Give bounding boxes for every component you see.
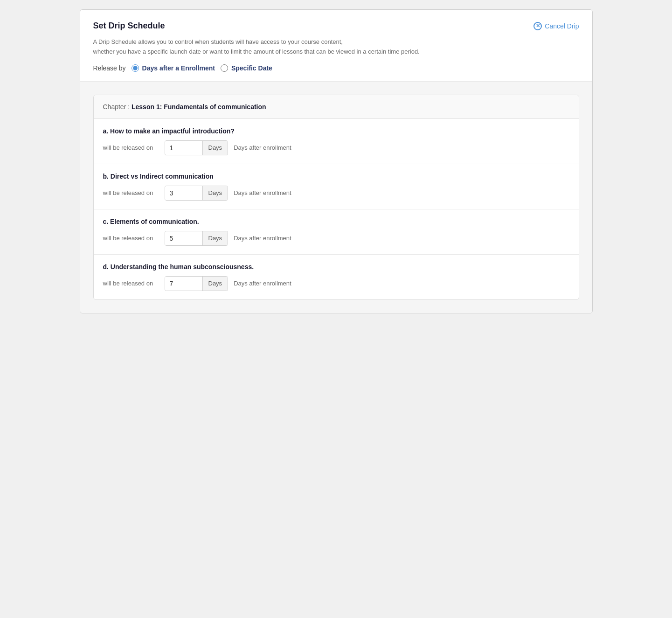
- lesson-item: d. Understanding the human subconsciousn…: [94, 255, 579, 299]
- days-input-group-c[interactable]: Days: [165, 231, 229, 246]
- lesson-item: c. Elements of communication. will be re…: [94, 209, 579, 255]
- days-input-d[interactable]: [165, 277, 202, 291]
- days-input-group-a[interactable]: Days: [165, 140, 229, 155]
- days-input-c[interactable]: [165, 231, 202, 245]
- lesson-release-row-b: will be released on Days Days after enro…: [103, 186, 569, 201]
- radio-days-after-enrollment-label: Days after a Enrollment: [142, 64, 215, 72]
- radio-days-after-enrollment[interactable]: Days after a Enrollment: [132, 64, 215, 72]
- days-input-group-d[interactable]: Days: [165, 276, 229, 291]
- chapter-title: Lesson 1: Fundamentals of communication: [132, 103, 266, 111]
- after-enrollment-text-a: Days after enrollment: [234, 144, 291, 151]
- lesson-release-row-a: will be released on Days Days after enro…: [103, 140, 569, 155]
- chapter-header: Chapter : Lesson 1: Fundamentals of comm…: [94, 95, 579, 119]
- modal-body: Chapter : Lesson 1: Fundamentals of comm…: [80, 82, 592, 313]
- lesson-title-a: a. How to make an impactful introduction…: [103, 127, 569, 135]
- will-be-released-label-d: will be released on: [103, 280, 159, 287]
- after-enrollment-text-d: Days after enrollment: [234, 280, 291, 287]
- cancel-drip-button[interactable]: ✕ Cancel Drip: [533, 22, 579, 30]
- days-input-group-b[interactable]: Days: [165, 186, 229, 201]
- modal-title-row: Set Drip Schedule ✕ Cancel Drip: [93, 21, 579, 31]
- lesson-title-d: d. Understanding the human subconsciousn…: [103, 263, 569, 271]
- radio-specific-date[interactable]: Specific Date: [221, 64, 272, 72]
- lesson-title-c: c. Elements of communication.: [103, 218, 569, 225]
- chapter-prefix: Chapter :: [103, 103, 130, 111]
- days-unit-d: Days: [202, 277, 228, 291]
- lessons-container: a. How to make an impactful introduction…: [94, 119, 579, 299]
- radio-specific-date-input[interactable]: [221, 64, 228, 72]
- chapter-card: Chapter : Lesson 1: Fundamentals of comm…: [93, 95, 579, 300]
- modal-container: Set Drip Schedule ✕ Cancel Drip A Drip S…: [80, 9, 593, 313]
- release-by-label: Release by: [93, 64, 126, 72]
- lesson-release-row-d: will be released on Days Days after enro…: [103, 276, 569, 291]
- cancel-drip-icon: ✕: [533, 22, 542, 30]
- after-enrollment-text-b: Days after enrollment: [234, 189, 291, 196]
- will-be-released-label-c: will be released on: [103, 235, 159, 242]
- lesson-item: b. Direct vs Indirect communication will…: [94, 164, 579, 209]
- release-by-row: Release by Days after a Enrollment Speci…: [93, 64, 579, 72]
- days-unit-b: Days: [202, 186, 228, 200]
- radio-specific-date-label: Specific Date: [231, 64, 272, 72]
- after-enrollment-text-c: Days after enrollment: [234, 235, 291, 242]
- chapter-header-text: Chapter : Lesson 1: Fundamentals of comm…: [103, 103, 266, 111]
- lesson-item: a. How to make an impactful introduction…: [94, 119, 579, 164]
- days-input-b[interactable]: [165, 186, 202, 200]
- days-unit-c: Days: [202, 231, 228, 245]
- radio-days-after-enrollment-input[interactable]: [132, 64, 139, 72]
- modal-title: Set Drip Schedule: [93, 21, 165, 31]
- modal-header: Set Drip Schedule ✕ Cancel Drip A Drip S…: [80, 10, 592, 82]
- modal-description-line1: A Drip Schedule allows you to control wh…: [93, 37, 579, 47]
- modal-description-line2: whether you have a specific launch date …: [93, 47, 579, 57]
- lesson-release-row-c: will be released on Days Days after enro…: [103, 231, 569, 246]
- will-be-released-label-b: will be released on: [103, 189, 159, 196]
- days-unit-a: Days: [202, 141, 228, 155]
- lesson-title-b: b. Direct vs Indirect communication: [103, 173, 569, 180]
- will-be-released-label-a: will be released on: [103, 144, 159, 151]
- days-input-a[interactable]: [165, 141, 202, 155]
- cancel-drip-label: Cancel Drip: [545, 22, 579, 30]
